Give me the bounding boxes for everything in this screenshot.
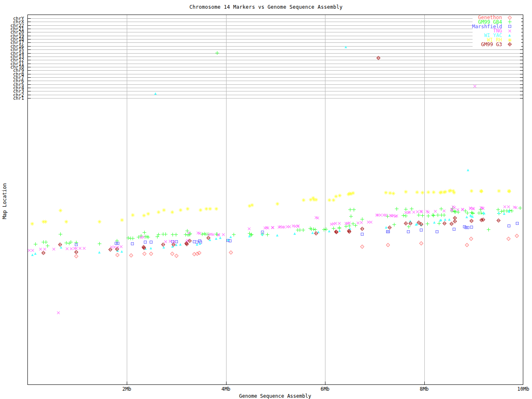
legend-marker-wi-rh	[507, 38, 512, 42]
x-axis-title: Genome Sequence Assembly	[150, 393, 400, 399]
legend-marker-gm99-g3	[507, 42, 512, 47]
right-tick-chr3	[520, 91, 523, 91]
left-tick-chr13	[28, 57, 31, 57]
left-tick-chr21	[28, 29, 31, 29]
left-tick-chr17	[28, 42, 31, 43]
left-tick-chr5	[28, 84, 31, 85]
left-tick-chr20	[28, 32, 31, 32]
xtick-label-4mb: 4Mb	[214, 387, 239, 392]
left-tick-chr8	[28, 74, 31, 74]
chart-canvas: Chromosome 14 Markers vs Genome Sequence…	[0, 0, 532, 399]
right-tick-chr12	[520, 60, 523, 60]
legend-marker-marshfield	[507, 25, 512, 29]
left-tick-chr12	[28, 60, 31, 60]
legend-marker-genethon	[507, 15, 512, 20]
ytick-label-chr1: chr1	[0, 96, 24, 100]
legend-label-gm99-g3: GM99 G3	[468, 42, 502, 47]
xtick-label-6mb: 6Mb	[313, 387, 337, 392]
left-tick-chr16	[28, 46, 31, 47]
left-tick-chr15	[28, 49, 31, 50]
left-tick-chr14	[28, 53, 31, 54]
legend-entry-gm99-g3: GM99 G3	[468, 42, 520, 47]
right-tick-chr8	[520, 74, 523, 74]
y-axis-title: Map Location	[2, 160, 7, 243]
left-tick-chrX	[28, 22, 31, 22]
left-tick-chr10	[28, 67, 31, 67]
legend-marker-gm99-gb4	[507, 20, 512, 24]
left-tick-chr6	[28, 81, 31, 81]
right-tick-chr6	[520, 81, 523, 81]
left-tick-chr19	[28, 36, 31, 36]
left-tick-chr11	[28, 64, 31, 64]
left-tick-chr4	[28, 88, 31, 88]
chart-title: Chromosome 14 Markers vs Genome Sequence…	[0, 4, 532, 10]
right-tick-chr11	[520, 64, 523, 64]
left-tick-chr18	[28, 39, 31, 39]
right-tick-chr15	[520, 49, 523, 50]
x-tick-6mb	[325, 382, 325, 384]
left-tick-chr3	[28, 91, 31, 91]
xtick-label-8mb: 8Mb	[412, 387, 437, 392]
right-tick-chr2	[520, 95, 523, 95]
right-tick-chr13	[520, 57, 523, 57]
left-tick-chr9	[28, 70, 31, 71]
left-tick-chr2	[28, 95, 31, 95]
right-tick-chr7	[520, 77, 523, 78]
right-tick-chr10	[520, 67, 523, 67]
left-tick-chr1	[28, 98, 31, 99]
left-tick-chr22	[28, 25, 31, 26]
right-tick-chr9	[520, 70, 523, 71]
legend-marker-tng	[507, 29, 512, 33]
xtick-label-10mb: 10Mb	[511, 387, 532, 392]
x-tick-4mb	[226, 382, 227, 384]
xtick-label-2mb: 2Mb	[114, 387, 139, 392]
legend-marker-wi-yac	[507, 33, 512, 37]
left-tick-chr7	[28, 77, 31, 78]
x-tick-2mb	[127, 382, 127, 384]
left-tick-chrY	[28, 18, 31, 19]
plot-border	[27, 15, 523, 385]
x-tick-8mb	[424, 382, 425, 384]
right-tick-chr4	[520, 88, 523, 88]
right-tick-chr1	[520, 98, 523, 99]
right-tick-chr5	[520, 84, 523, 85]
right-tick-chr14	[520, 53, 523, 54]
